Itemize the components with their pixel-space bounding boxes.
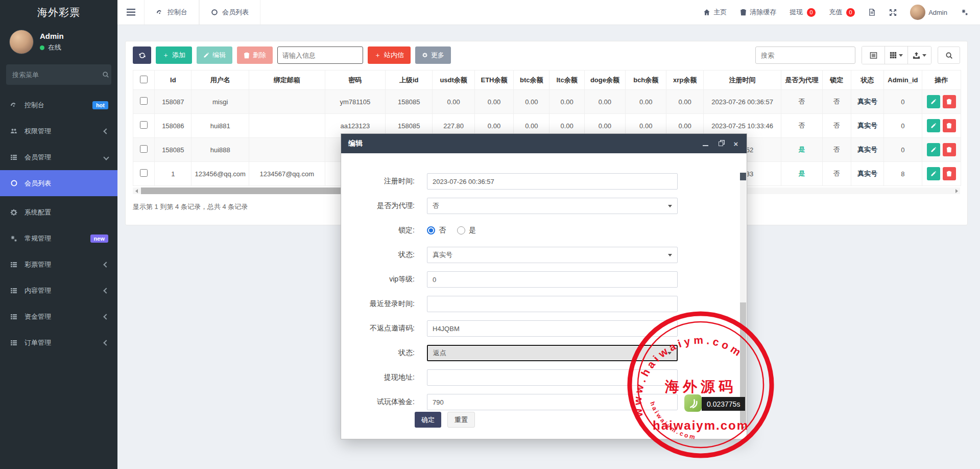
- pagination-toggle-button[interactable]: [862, 46, 885, 64]
- settings-gears-icon[interactable]: [961, 8, 969, 16]
- new-badge: new: [90, 235, 108, 243]
- clear-cache-link[interactable]: 清除缓存: [740, 8, 776, 17]
- dashboard-icon: [156, 9, 163, 16]
- recharge-link[interactable]: 充值 0: [829, 8, 855, 17]
- more-button[interactable]: 更多: [415, 46, 451, 64]
- withdraw-link[interactable]: 提现 0: [790, 8, 816, 17]
- row-delete-button[interactable]: [943, 167, 956, 180]
- sidebar-item-label: 系统配置: [25, 208, 51, 217]
- sidebar-item-general[interactable]: 常规管理 new: [0, 225, 117, 251]
- locked-yes-radio[interactable]: 是: [457, 226, 476, 235]
- tab-label: 会员列表: [222, 8, 249, 17]
- add-button[interactable]: ＋添加: [156, 46, 192, 64]
- minimize-icon[interactable]: [702, 140, 709, 147]
- row-checkbox[interactable]: [140, 121, 148, 129]
- chevron-down-icon: [103, 154, 109, 160]
- thinkphp-logo-icon: [684, 394, 702, 412]
- site-message-button[interactable]: ＋站内信: [368, 46, 411, 64]
- document-icon[interactable]: [868, 8, 876, 16]
- columns-button[interactable]: [885, 46, 908, 64]
- reg-time-input[interactable]: [427, 173, 678, 190]
- select-all-checkbox[interactable]: [140, 76, 148, 83]
- avatar[interactable]: [9, 30, 34, 54]
- field-label: 最近登录时间:: [353, 299, 415, 309]
- locked-no-radio[interactable]: 否: [427, 226, 446, 235]
- delete-button[interactable]: 删除: [237, 46, 273, 64]
- sidebar-item-member-list[interactable]: 会员列表: [0, 170, 117, 196]
- modal-titlebar[interactable]: 编辑 ×: [341, 134, 747, 153]
- tab-member-list[interactable]: 会员列表: [199, 0, 260, 25]
- col-usdt: usdt余额: [433, 71, 474, 90]
- row-edit-button[interactable]: [927, 95, 940, 108]
- row-checkbox[interactable]: [140, 169, 148, 177]
- export-button[interactable]: [908, 46, 931, 64]
- table-search-input[interactable]: [755, 46, 855, 64]
- sidebar-item-permissions[interactable]: 权限管理: [0, 118, 117, 144]
- chevron-left-icon: [103, 262, 109, 267]
- topbar-user-name: Admin: [928, 9, 947, 16]
- view-options-group: [862, 46, 931, 64]
- withdraw-address-input[interactable]: [427, 369, 678, 386]
- sidebar-item-label: 内容管理: [25, 286, 51, 295]
- row-checkbox[interactable]: [140, 97, 148, 105]
- hamburger-icon[interactable]: [117, 0, 144, 25]
- sidebar-item-orders[interactable]: 订单管理: [0, 330, 117, 356]
- field-label: 不返点邀请码:: [353, 324, 415, 333]
- last-login-input[interactable]: [427, 296, 678, 312]
- is-agent-select[interactable]: 否: [427, 198, 678, 214]
- scroll-left-arrow[interactable]: [133, 187, 140, 194]
- col-bch: bch余额: [626, 71, 666, 90]
- row-edit-button[interactable]: [927, 143, 940, 156]
- fullscreen-icon[interactable]: [889, 9, 897, 16]
- vip-level-input[interactable]: [427, 271, 678, 288]
- refresh-button[interactable]: [133, 46, 151, 64]
- sidebar-item-content[interactable]: 内容管理: [0, 277, 117, 303]
- reset-button[interactable]: 重置: [447, 412, 475, 428]
- trial-money-input[interactable]: [427, 394, 678, 410]
- close-icon[interactable]: ×: [732, 140, 739, 147]
- invite-code-input[interactable]: [427, 320, 678, 337]
- col-actions: 操作: [922, 71, 961, 90]
- edit-modal: 编辑 × 注册时间: 是否为代理: 否 锁定: 否 是 状态: 真实号 vip等: [341, 133, 747, 439]
- topbar-user[interactable]: Admin: [910, 5, 947, 20]
- sidebar-item-label: 订单管理: [25, 338, 51, 347]
- message-input[interactable]: [277, 46, 363, 64]
- status-select[interactable]: 真实号: [427, 247, 678, 263]
- actions-cell: [922, 114, 961, 138]
- row-delete-button[interactable]: [943, 143, 956, 156]
- row-checkbox[interactable]: [140, 145, 148, 153]
- restore-icon[interactable]: [717, 140, 724, 147]
- row-edit-button[interactable]: [927, 119, 940, 132]
- sidebar-item-dashboard[interactable]: 控制台 hot: [0, 92, 117, 118]
- modal-title: 编辑: [348, 139, 363, 148]
- edit-button[interactable]: 编辑: [197, 46, 232, 64]
- actions-cell: [922, 162, 961, 186]
- field-label: 状态:: [353, 250, 415, 260]
- more-label: 更多: [431, 51, 444, 60]
- rebate-status-select[interactable]: 返点: [427, 345, 678, 361]
- sidebar-search-input[interactable]: [12, 71, 102, 79]
- modal-scrollbar[interactable]: [740, 173, 746, 432]
- col-doge: doge余额: [584, 71, 625, 90]
- select-all-cell: [133, 71, 155, 90]
- scroll-up-arrow[interactable]: [740, 173, 746, 180]
- sidebar-item-funds[interactable]: 资金管理: [0, 303, 117, 330]
- sidebar-item-system-config[interactable]: 系统配置: [0, 199, 117, 225]
- search-button[interactable]: [938, 46, 960, 64]
- tab-dashboard[interactable]: 控制台: [144, 0, 199, 25]
- confirm-button[interactable]: 确定: [415, 412, 441, 428]
- caret-down-icon: [668, 254, 672, 256]
- radio-icon: [457, 226, 465, 235]
- sidebar-item-label: 常规管理: [25, 234, 51, 243]
- scroll-down-arrow[interactable]: [740, 424, 746, 431]
- sidebar-item-lottery[interactable]: 彩票管理: [0, 251, 117, 277]
- home-link[interactable]: 主页: [703, 8, 727, 17]
- row-edit-button[interactable]: [927, 167, 940, 180]
- chevron-left-icon: [103, 128, 109, 134]
- scroll-right-arrow[interactable]: [953, 187, 960, 194]
- list-icon: [9, 261, 18, 269]
- sidebar: 海外彩票 Admin 在线 控制台 hot 权限管理 会员管理: [0, 0, 117, 469]
- row-delete-button[interactable]: [943, 119, 956, 132]
- row-delete-button[interactable]: [943, 95, 956, 108]
- sidebar-item-members[interactable]: 会员管理: [0, 144, 117, 170]
